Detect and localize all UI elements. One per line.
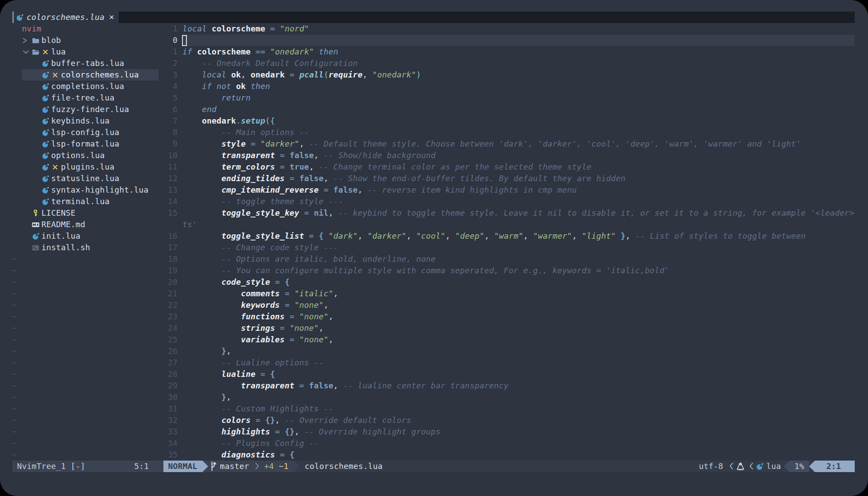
- code-token: "nord": [280, 24, 309, 33]
- line-number: 15: [163, 207, 178, 219]
- code-text: return: [182, 92, 251, 104]
- code-token: =: [275, 427, 280, 436]
- code-token: [285, 450, 290, 459]
- code-token: [182, 231, 221, 240]
- code-token: =: [285, 289, 290, 298]
- editor-line: 28 lualine = {: [0, 368, 855, 380]
- tab-close-icon[interactable]: ×: [109, 11, 114, 23]
- code-token: [275, 162, 280, 171]
- code-token: [309, 208, 314, 217]
- editor-line: 1if colorscheme == "onedark" then: [0, 46, 855, 58]
- code-token: if: [182, 47, 192, 56]
- code-token: [265, 369, 270, 379]
- code-token: [182, 266, 221, 275]
- code-token: "none": [299, 312, 329, 321]
- code-token: [182, 208, 221, 217]
- code-token: [182, 81, 202, 91]
- nvimtree-statusline-title: NvimTree_1 [-]: [17, 461, 85, 472]
- statusline-filename: colorschemes.lua: [305, 461, 383, 472]
- editor-line: 30 },: [0, 391, 855, 403]
- code-text: transparent = false, -- Show/hide backgr…: [182, 150, 436, 161]
- code-token: [246, 81, 251, 91]
- editor-line: 19 -- You can configure multiple style w…: [0, 265, 855, 276]
- line-number: 16: [163, 230, 178, 242]
- code-token: nil: [314, 208, 329, 217]
- code-text: toggle_style_list = { "dark", "darker", …: [182, 230, 806, 242]
- code-token: =: [270, 24, 275, 33]
- code-token: ok: [236, 81, 246, 91]
- code-token: [616, 231, 621, 240]
- code-token: -- You can configure multiple style with…: [221, 266, 669, 275]
- code-token: colorscheme: [212, 24, 265, 33]
- line-number: 14: [163, 196, 178, 207]
- code-token: {: [285, 277, 290, 287]
- code-token: ok: [231, 70, 241, 79]
- code-token: require: [329, 70, 363, 79]
- code-token: [182, 128, 221, 137]
- code-token: [294, 381, 299, 390]
- powerline-separator: [202, 461, 208, 472]
- code-token: ,: [407, 231, 416, 240]
- line-number: 28: [163, 368, 178, 380]
- code-token: [182, 277, 221, 287]
- code-token: not: [217, 81, 231, 91]
- line-number: 17: [163, 242, 178, 253]
- code-token: }: [221, 346, 226, 356]
- code-token: return: [221, 93, 251, 102]
- code-token: colorscheme: [197, 47, 251, 56]
- code-token: [270, 277, 275, 287]
- code-token: -- Show the end-of-buffer tildes. By def…: [333, 174, 626, 183]
- code-token: ,: [294, 427, 304, 436]
- code-token: [275, 151, 280, 160]
- line-number: 8: [163, 127, 178, 138]
- code-token: variables: [241, 335, 285, 344]
- code-token: "darker": [260, 139, 299, 148]
- line-number: 22: [163, 299, 178, 311]
- line-number: 35: [163, 449, 178, 461]
- editor-line: 23 functions = "none",: [0, 311, 855, 322]
- tab-colorschemes-lua[interactable]: colorschemes.lua ×: [12, 12, 119, 23]
- editor-line: 13 cmp_itemkind_reverse = false, -- reve…: [0, 184, 855, 196]
- code-token: [314, 231, 319, 240]
- code-token: ,: [319, 323, 324, 333]
- code-text: -- Lualine options --: [182, 357, 324, 368]
- code-token: -- Change terminal color as per the sele…: [319, 162, 592, 171]
- code-token: ,: [626, 231, 636, 240]
- code-token: =: [299, 381, 304, 390]
- statusline: NvimTree_1 [-]5:1NORMALmaster+4~1colorsc…: [0, 461, 868, 472]
- code-text: },: [182, 345, 231, 357]
- code-token: [231, 81, 236, 91]
- cursorline-highlight: [182, 35, 855, 46]
- code-text: if not ok then: [182, 81, 270, 92]
- code-token: =: [280, 162, 285, 171]
- editor-line: 26 },: [0, 345, 855, 357]
- line-number: 2: [163, 58, 178, 69]
- text-cursor: [182, 35, 187, 46]
- line-number: 34: [163, 438, 178, 449]
- code-token: ,: [358, 231, 368, 240]
- code-token: -- Change code style ---: [221, 243, 338, 252]
- powerline-separator: [294, 461, 299, 472]
- code-token: [182, 381, 241, 390]
- code-token: ,: [484, 231, 494, 240]
- editor-line: 27 -- Lualine options --: [0, 357, 855, 368]
- editor-line: 32 colors = {}, -- Override default colo…: [0, 415, 855, 426]
- code-token: toggle_style_list: [221, 231, 304, 240]
- code-token: toggle_style_key: [221, 208, 299, 217]
- code-token: -- Lualine options --: [221, 358, 324, 367]
- editor-line: 9 style = "darker", -- Default theme sty…: [0, 138, 855, 150]
- code-token: (: [324, 70, 329, 79]
- code-token: diagnostics: [221, 450, 275, 459]
- line-number: 18: [163, 253, 178, 265]
- code-token: -- lualine center bar transparency: [343, 381, 509, 390]
- editor-line: 4 if not ok then: [0, 81, 855, 92]
- code-token: [299, 208, 304, 217]
- code-token: "deep": [455, 231, 484, 240]
- code-text: -- Plugins Config --: [182, 438, 319, 449]
- editor-line: 35 diagnostics = {: [0, 449, 855, 461]
- code-token: [285, 335, 290, 344]
- code-token: ,: [324, 300, 329, 310]
- code-token: [182, 369, 221, 379]
- code-token: ,: [329, 335, 333, 344]
- code-token: [275, 323, 280, 333]
